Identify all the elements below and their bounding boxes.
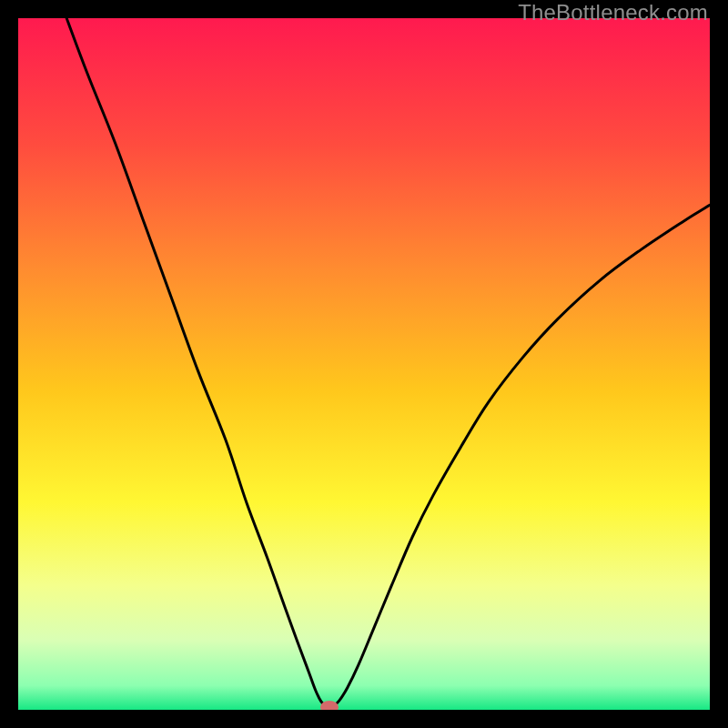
chart-frame (18, 18, 710, 710)
gradient-background (18, 18, 710, 710)
bottleneck-chart (18, 18, 710, 710)
watermark-text: TheBottleneck.com (518, 0, 708, 25)
